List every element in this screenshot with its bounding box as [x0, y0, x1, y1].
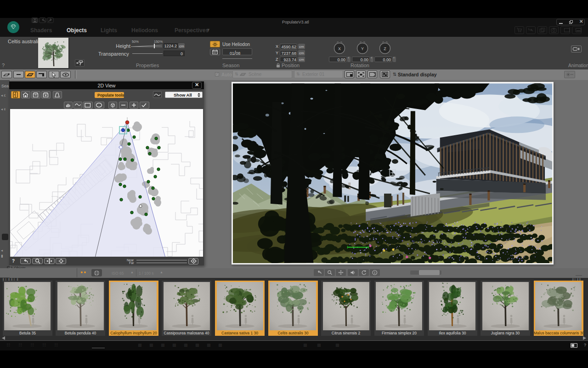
svg-text:Y: Y	[361, 46, 364, 51]
svg-text:X: X	[338, 46, 341, 51]
svg-text:Z: Z	[384, 46, 386, 51]
